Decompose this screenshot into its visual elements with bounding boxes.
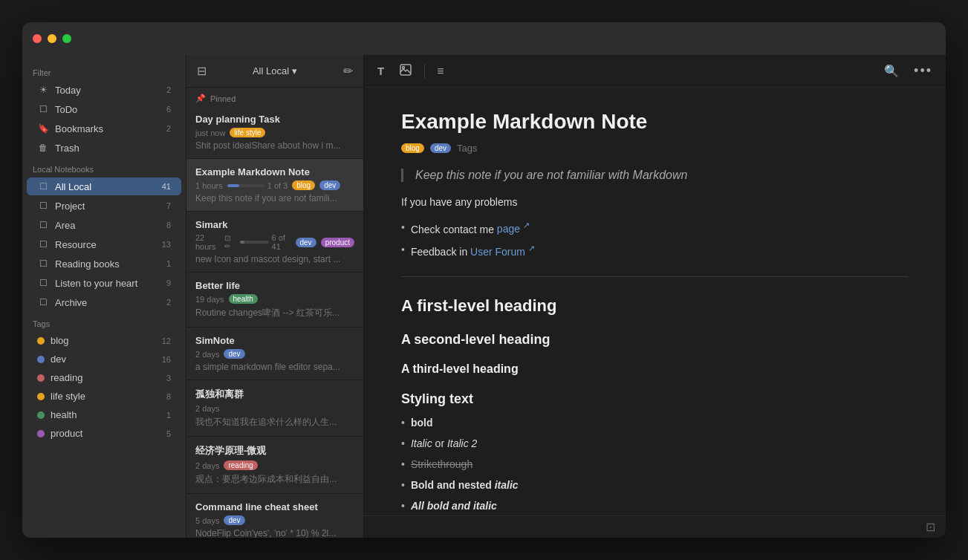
note-item-simnote[interactable]: SimNote 2 days dev a simple markdown fil… <box>186 328 363 380</box>
strikethrough-text: Strikethrough <box>411 456 472 474</box>
notes-panel: ⊟ All Local ▾ ✏ 📌 Pinned Day planning Ta… <box>186 55 364 538</box>
note-item-example-markdown[interactable]: Example Markdown Note 1 hours 1 of 3 blo… <box>186 159 363 212</box>
note-item-day-planning[interactable]: Day planning Task just now life style Sh… <box>186 106 363 159</box>
bullet-all-bold-italic: • All bold and italic <box>401 498 909 515</box>
listen-count: 9 <box>166 279 171 287</box>
local-notebooks-label: Local Notebooks <box>22 157 186 177</box>
sidebar-item-today[interactable]: ☀ Today 2 <box>27 81 181 99</box>
notebook-icon-archive: ☐ <box>37 296 49 308</box>
sidebar-tag-product[interactable]: product 5 <box>27 425 181 442</box>
pinned-header: 📌 Pinned <box>186 88 363 106</box>
editor-content[interactable]: Example Markdown Note blog dev Tags Keep… <box>364 88 946 515</box>
note-item-lonely[interactable]: 孤独和离群 2 days 我也不知道我在追求什么样的人生... <box>186 380 363 437</box>
note-meta-command-line: 5 days dev <box>195 515 354 525</box>
sidebar-notebook-all-local[interactable]: ☐ All Local 41 <box>27 178 181 195</box>
notebook-icon-reading: ☐ <box>37 258 49 270</box>
note-meta-simnote: 2 days dev <box>195 349 354 359</box>
user-forum-link[interactable]: User Forum ↗ <box>470 246 535 258</box>
image-button[interactable] <box>396 60 415 82</box>
close-button[interactable] <box>33 34 42 43</box>
bullet-dot-italic: • <box>401 435 405 453</box>
sidebar-todo-label: ToDo <box>55 104 163 115</box>
blog-tag-dot <box>37 337 45 345</box>
note-time-day-planning: just now <box>195 128 225 137</box>
sidebar-todo-count: 6 <box>166 105 171 114</box>
product-tag-count: 5 <box>166 429 171 438</box>
minimize-button[interactable] <box>48 34 56 43</box>
more-options-button[interactable]: ••• <box>911 60 935 82</box>
notes-list: 📌 Pinned Day planning Task just now life… <box>186 88 363 538</box>
sidebar-tag-reading[interactable]: reading 3 <box>27 369 181 386</box>
sidebar-toggle-button[interactable]: ⊟ <box>194 61 209 81</box>
trash-icon: 🗑 <box>37 142 49 154</box>
sidebar-tag-health[interactable]: health 1 <box>27 406 181 423</box>
sidebar-notebook-archive[interactable]: ☐ Archive 2 <box>27 293 181 311</box>
page-link[interactable]: page ↗ <box>497 223 530 235</box>
search-button[interactable]: 🔍 <box>881 60 902 82</box>
editor-h3: A third-level heading <box>401 359 909 379</box>
sidebar-notebook-reading-books[interactable]: ☐ Reading books 1 <box>27 255 181 273</box>
bullet-bold-nested: • Bold and nested italic <box>401 477 909 495</box>
note-preview-lonely: 我也不知道我在追求什么样的人生... <box>195 416 354 429</box>
sidebar-tag-blog[interactable]: blog 12 <box>27 332 181 349</box>
sidebar-tag-dev[interactable]: dev 16 <box>27 351 181 368</box>
all-bold-italic-text: All bold and italic <box>411 498 497 515</box>
notebook-icon-area: ☐ <box>37 219 49 231</box>
note-item-command-line[interactable]: Command line cheat sheet 5 days dev Node… <box>186 494 363 538</box>
sidebar-notebook-listen[interactable]: ☐ Listen to your heart 9 <box>27 274 181 292</box>
note-item-better-life[interactable]: Better life 19 days health Routine chang… <box>186 273 363 328</box>
note-meta-simark: 22 hours ⊡ ✏ 6 of 41 dev product <box>195 233 354 251</box>
blog-tag-count: 12 <box>162 336 171 345</box>
traffic-lights <box>33 34 71 43</box>
note-item-simark[interactable]: Simark 22 hours ⊡ ✏ 6 of 41 dev product <box>186 212 363 273</box>
simark-progress-bar <box>240 241 269 244</box>
bookmark-icon: 🔖 <box>37 123 49 134</box>
bullet-feedback: • Feedback in User Forum ↗ <box>401 241 909 261</box>
layout-toggle-button[interactable]: ⊡ <box>926 520 935 534</box>
notebook-icon-all: ☐ <box>37 180 49 192</box>
sidebar-item-trash[interactable]: 🗑 Trash <box>27 139 181 157</box>
note-title-command-line: Command line cheat sheet <box>195 501 354 512</box>
text-format-button[interactable]: T <box>374 62 387 80</box>
sidebar-item-bookmarks[interactable]: 🔖 Bookmarks 2 <box>27 120 181 137</box>
note-meta-example-markdown: 1 hours 1 of 3 blog dev <box>195 180 354 190</box>
bullet-contact: • Check contact me page ↗ <box>401 219 909 238</box>
notes-filter-dropdown[interactable]: All Local ▾ <box>215 65 334 76</box>
editor-tags-row: blog dev Tags <box>401 143 909 154</box>
list-format-button[interactable]: ≡ <box>434 62 446 81</box>
note-time-lonely: 2 days <box>195 404 219 413</box>
sidebar-bookmarks-count: 2 <box>166 124 171 133</box>
area-count: 8 <box>166 221 171 229</box>
sidebar-notebook-resource[interactable]: ☐ Resource 13 <box>27 235 181 253</box>
editor-body: If you have any problems • Check contact… <box>401 194 909 515</box>
editor-toolbar: T ≡ 🔍 ••• <box>364 55 946 88</box>
maximize-button[interactable] <box>62 34 71 43</box>
sidebar-tag-lifestyle[interactable]: life style 8 <box>27 388 181 405</box>
reading-books-label: Reading books <box>55 258 163 270</box>
progress-fill <box>227 184 240 187</box>
italic-text: Italic or Italic 2 <box>411 435 478 453</box>
note-time-better-life: 19 days <box>195 295 224 304</box>
sidebar-notebook-area[interactable]: ☐ Area 8 <box>27 216 181 234</box>
bullet-dot-bold-nested: • <box>401 477 405 495</box>
note-title-simnote: SimNote <box>195 335 354 346</box>
blockquote-text: Keep this note if you are not familiar w… <box>415 169 687 181</box>
note-item-economics[interactable]: 经济学原理-微观 2 days reading 观点：要思考边际成本和利益自由.… <box>186 437 363 494</box>
notebook-icon-listen: ☐ <box>37 277 49 289</box>
archive-count: 2 <box>166 298 171 307</box>
editor-h1: A first-level heading <box>401 292 909 319</box>
tag-blog-badge-md: blog <box>292 180 315 190</box>
progress-text: 1 of 3 <box>267 181 288 190</box>
reading-tag-count: 3 <box>166 374 171 382</box>
sidebar-notebook-project[interactable]: ☐ Project 7 <box>27 197 181 215</box>
health-tag-dot <box>37 411 45 419</box>
editor-tag-dev: dev <box>430 143 451 153</box>
sidebar-bookmarks-label: Bookmarks <box>55 123 163 134</box>
tag-product-badge-simark: product <box>321 238 354 247</box>
tag-dev-badge-simark: dev <box>296 238 316 247</box>
note-preview-better-life: Routine changes啤酒 --> 红茶可乐... <box>195 307 354 319</box>
sidebar-item-todo[interactable]: ☐ ToDo 6 <box>27 100 181 118</box>
dev-tag-label: dev <box>51 354 159 365</box>
progress-bar <box>227 184 264 187</box>
new-note-button[interactable]: ✏ <box>340 61 356 81</box>
